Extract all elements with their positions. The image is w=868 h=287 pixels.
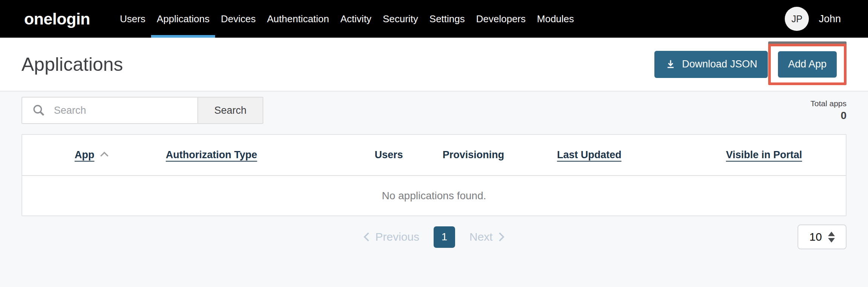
stepper-up-icon[interactable] <box>828 232 835 236</box>
onelogin-admin-page: onelogin Users Applications Devices Auth… <box>0 0 868 287</box>
column-header-provisioning: Provisioning <box>431 149 516 161</box>
search-icon <box>32 104 46 117</box>
nav-item-authentication[interactable]: Authentication <box>261 0 335 38</box>
column-header-authorization-type[interactable]: Authorization Type <box>166 149 347 161</box>
applications-table: App Authorization Type Users Provisionin… <box>21 134 847 216</box>
sort-ascending-icon <box>99 151 109 157</box>
column-header-users-label: Users <box>374 149 403 160</box>
page-header: Applications Download JSON Add App <box>0 38 868 92</box>
avatar[interactable]: JP <box>785 7 809 31</box>
nav-item-users[interactable]: Users <box>114 0 151 38</box>
next-page-button[interactable]: Next <box>469 231 505 243</box>
table-footer: Previous 1 Next 10 <box>21 224 847 250</box>
pagination: Previous 1 Next <box>21 224 847 250</box>
search-group: Search <box>21 97 263 124</box>
nav-item-security[interactable]: Security <box>377 0 424 38</box>
column-header-app[interactable]: App <box>22 149 166 161</box>
nav-item-applications[interactable]: Applications <box>151 0 215 38</box>
top-navbar: onelogin Users Applications Devices Auth… <box>0 0 868 38</box>
previous-page-label: Previous <box>375 231 419 243</box>
header-actions: Download JSON Add App <box>654 44 847 85</box>
onelogin-logo[interactable]: onelogin <box>24 0 90 38</box>
chevron-right-icon <box>498 232 505 242</box>
total-apps-value: 0 <box>810 110 847 122</box>
add-app-button[interactable]: Add App <box>778 51 837 78</box>
page-size-value: 10 <box>809 231 822 243</box>
column-header-visible-in-portal-label: Visible in Portal <box>726 149 802 160</box>
column-header-last-updated[interactable]: Last Updated <box>516 149 663 161</box>
column-header-last-updated-label: Last Updated <box>557 149 621 160</box>
nav-item-devices[interactable]: Devices <box>215 0 261 38</box>
toolbar: Search Total apps 0 <box>21 97 847 124</box>
user-menu[interactable]: John <box>819 13 841 25</box>
add-app-highlight-annotation: Add App <box>768 44 847 85</box>
column-header-users: Users <box>347 149 431 161</box>
download-json-button[interactable]: Download JSON <box>654 51 768 78</box>
nav-item-developers[interactable]: Developers <box>471 0 532 38</box>
nav-item-settings[interactable]: Settings <box>424 0 471 38</box>
nav-item-activity[interactable]: Activity <box>335 0 377 38</box>
next-page-label: Next <box>469 231 493 243</box>
search-input-wrap <box>21 97 197 124</box>
previous-page-button[interactable]: Previous <box>363 231 419 243</box>
stepper-arrows-icon[interactable] <box>828 232 835 243</box>
total-apps-label: Total apps <box>810 99 847 108</box>
total-apps: Total apps 0 <box>810 99 847 122</box>
column-header-authorization-type-label: Authorization Type <box>166 149 257 160</box>
column-header-visible-in-portal[interactable]: Visible in Portal <box>663 149 846 161</box>
main-nav-menu: Users Applications Devices Authenticatio… <box>114 0 579 38</box>
stepper-down-icon[interactable] <box>828 238 835 243</box>
chevron-left-icon <box>363 232 370 242</box>
content-area: Search Total apps 0 App Authorization Ty… <box>0 92 868 287</box>
search-input[interactable] <box>54 105 197 116</box>
column-header-app-label: App <box>75 149 94 161</box>
empty-table-message: No applications found. <box>22 176 846 215</box>
table-header-row: App Authorization Type Users Provisionin… <box>22 135 846 176</box>
current-page-button[interactable]: 1 <box>434 226 455 248</box>
search-button[interactable]: Search <box>197 97 263 124</box>
user-area: JP John <box>785 0 841 38</box>
column-header-provisioning-label: Provisioning <box>443 149 504 160</box>
page-size-stepper[interactable]: 10 <box>798 224 847 249</box>
nav-item-modules[interactable]: Modules <box>531 0 579 38</box>
download-icon <box>665 59 676 70</box>
add-app-label: Add App <box>788 58 827 70</box>
download-json-label: Download JSON <box>682 58 757 70</box>
page-title: Applications <box>21 53 123 75</box>
avatar-initials: JP <box>792 14 802 24</box>
